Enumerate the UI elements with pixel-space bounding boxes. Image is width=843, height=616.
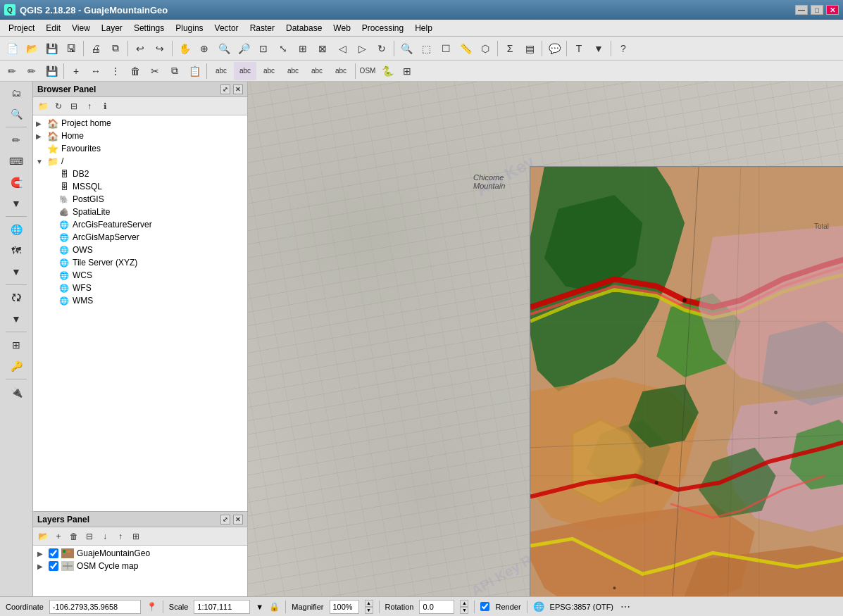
menu-help[interactable]: Help [409,22,438,34]
expand-icon-guaje[interactable]: ▶ [37,550,46,558]
layers-float-button[interactable]: ⤢ [220,515,230,524]
tree-item-arcgis-map[interactable]: ▶ 🌐 ArcGisMapServer [33,231,247,244]
measure-button[interactable]: 📏 [456,39,475,58]
magnifier-up[interactable]: ▲ [365,600,373,607]
zoom-full-button[interactable]: ⤡ [274,39,292,58]
new-project-button[interactable]: 📄 [3,39,21,58]
render-checkbox[interactable] [480,602,489,611]
menu-view[interactable]: View [66,22,96,34]
browser-filter-button[interactable]: ⊟ [67,99,81,113]
map-tips-button[interactable]: 💬 [545,39,563,58]
pan-button[interactable]: ✋ [175,39,194,58]
label-abc6-button[interactable]: abc [330,62,352,80]
layer-checkbox-guaje[interactable] [49,548,58,558]
magnifier-input[interactable] [330,600,359,614]
tree-item-tile-server[interactable]: ▶ 🌐 Tile Server (XYZ) [33,256,247,269]
tree-item-favourites[interactable]: ▶ ⭐ Favourites [33,142,247,155]
tree-item-wcs[interactable]: ▶ 🌐 WCS [33,269,247,282]
save-project-button[interactable]: 💾 [42,39,61,58]
sum-button[interactable]: Σ [501,39,519,58]
advanced-digitize-button[interactable]: ⌨ [6,151,26,171]
minimize-button[interactable]: — [795,5,808,15]
dropdown-button[interactable]: ▼ [589,39,608,58]
osm-button[interactable]: OSM [358,62,377,80]
tree-item-postgis[interactable]: ▶ 🐘 PostGIS [33,193,247,206]
menu-project[interactable]: Project [3,22,40,34]
expand-icon-root[interactable]: ▼ [36,158,44,165]
menu-plugins[interactable]: Plugins [170,22,208,34]
label-abc3-button[interactable]: abc [258,62,280,80]
globe-left-button[interactable]: 🌐 [6,220,26,239]
toggle-edit-button[interactable]: ✏ [23,62,41,80]
zoom-next-button[interactable]: ▷ [353,39,371,58]
python-button[interactable]: 🐍 [378,62,396,80]
layers-close-button[interactable]: ✕ [233,515,243,524]
status-more-button[interactable]: ⋯ [619,601,632,613]
layers-down-button[interactable]: ↓ [98,529,112,543]
print-button[interactable]: 🖨 [87,39,105,58]
layers-remove-button[interactable]: 🗑 [67,529,81,543]
deselect-button[interactable]: ☐ [437,39,455,58]
identify-left-button[interactable]: 🔑 [6,356,26,376]
routing-dropdown-button[interactable]: ▼ [6,309,26,329]
tree-item-db2[interactable]: ▶ 🗄 DB2 [33,168,247,180]
zoom-out-button[interactable]: 🔎 [235,39,253,58]
refresh-button[interactable]: ↻ [373,39,391,58]
rotation-input[interactable] [419,600,454,614]
current-edits-button[interactable]: ✏ [3,62,21,80]
zoom-in-button[interactable]: 🔍 [215,39,233,58]
copy-features-button[interactable]: ⧉ [166,62,184,80]
menu-edit[interactable]: Edit [40,22,66,34]
browser-collapse-button[interactable]: ↑ [82,99,96,113]
layer-item-guaje[interactable]: ▶ GuajeMountainGeo [33,547,247,560]
menu-settings[interactable]: Settings [128,22,170,34]
routing-button[interactable]: 🗘 [6,288,26,308]
layers-open-button[interactable]: 📂 [36,529,50,543]
dropdown-left-button[interactable]: ▼ [6,194,26,213]
scale-dropdown-icon[interactable]: ▼ [256,603,263,611]
tree-item-home[interactable]: ▶ 🏠 Home [33,130,247,142]
print-preview-button[interactable]: ⧉ [106,39,125,58]
layers-add-button[interactable]: + [51,529,65,543]
scale-input[interactable] [194,600,250,614]
cut-features-button[interactable]: ✂ [146,62,164,80]
tree-item-wms[interactable]: ▶ 🌐 WMS [33,294,247,307]
add-feature-button[interactable]: + [67,62,85,80]
pan-to-selection-button[interactable]: ⊕ [195,39,213,58]
label-abc1-button[interactable]: abc [210,62,232,80]
maximize-button[interactable]: □ [811,5,823,15]
coordinate-input[interactable] [49,600,141,614]
zoom-native-button[interactable]: ⊡ [254,39,273,58]
globe-dropdown-button[interactable]: ▼ [6,262,26,282]
help-button[interactable]: ? [614,39,632,58]
tree-item-mssql[interactable]: ▶ 🗄 MSSQL [33,180,247,193]
menu-layer[interactable]: Layer [96,22,128,34]
select-left-button[interactable]: ⊞ [6,335,26,355]
map-canvas[interactable]: API Key API Key Required API Key Require… [248,82,843,596]
tree-item-wfs[interactable]: ▶ 🌐 WFS [33,282,247,294]
browser-info-button[interactable]: ℹ [98,99,112,113]
expand-icon-home[interactable]: ▶ [36,132,44,140]
zoom-prev-button[interactable]: ◁ [333,39,351,58]
menu-database[interactable]: Database [280,22,327,34]
expand-icon-osm[interactable]: ▶ [37,562,46,570]
browser-close-button[interactable]: ✕ [233,84,243,94]
browser-button[interactable]: 🔍 [6,104,26,124]
grid-button[interactable]: ⊞ [398,62,416,80]
move-feature-button[interactable]: ↔ [87,62,105,80]
label-button[interactable]: T [570,39,588,58]
globe2-left-button[interactable]: 🗺 [6,241,26,260]
tree-item-ows[interactable]: ▶ 🌐 OWS [33,244,247,256]
rotation-spinner[interactable]: ▲ ▼ [460,600,468,614]
rotation-up[interactable]: ▲ [460,600,468,607]
tree-item-spatialite[interactable]: ▶ 🪨 SpatiaLite [33,206,247,218]
menu-raster[interactable]: Raster [244,22,280,34]
menu-web[interactable]: Web [327,22,356,34]
zoom-layer-button[interactable]: ⊞ [294,39,312,58]
layer-checkbox-osm[interactable] [49,561,58,571]
menu-vector[interactable]: Vector [209,22,244,34]
tree-item-arcgis-feature[interactable]: ▶ 🌐 ArcGisFeatureServer [33,218,247,231]
save-edits-button[interactable]: 💾 [42,62,61,80]
layers-groups-button[interactable]: ⊞ [129,529,143,543]
open-project-button[interactable]: 📂 [23,39,41,58]
